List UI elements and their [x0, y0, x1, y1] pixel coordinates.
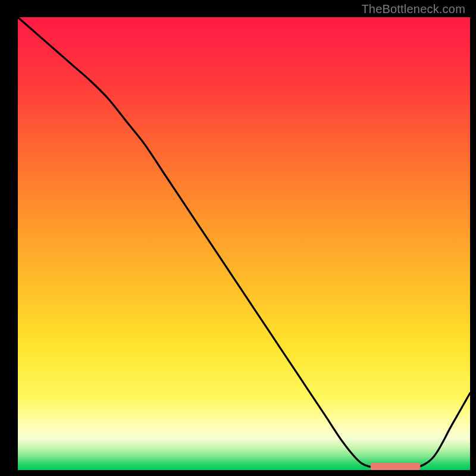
frame-bottom	[14, 470, 470, 474]
frame-left	[14, 16, 18, 474]
chart-stage: TheBottleneck.com	[0, 0, 476, 476]
optimal-range-marker	[371, 463, 421, 471]
bottleneck-chart	[0, 0, 476, 476]
gradient-background	[18, 17, 470, 470]
